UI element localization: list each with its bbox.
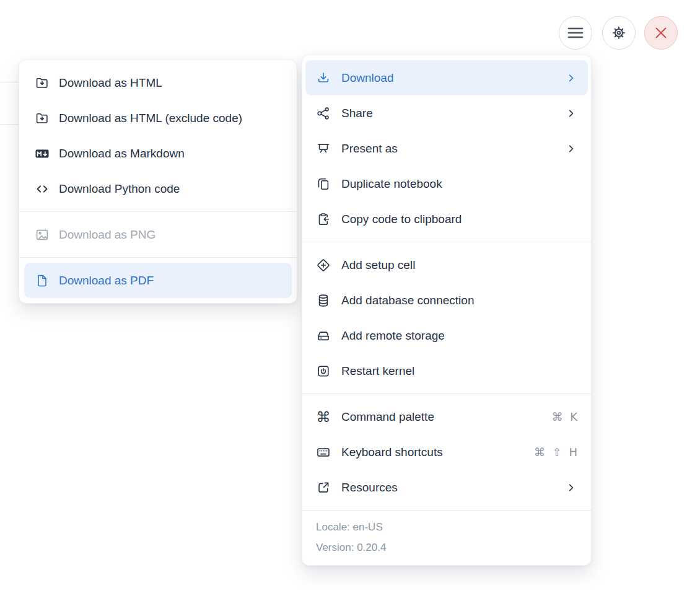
menu-item-add-remote-storage[interactable]: Add remote storage	[305, 318, 588, 353]
external-link-icon	[316, 480, 331, 495]
hamburger-menu-button[interactable]	[559, 16, 592, 50]
image-icon	[35, 227, 50, 242]
folder-download-icon	[35, 76, 50, 90]
menu-footer: Locale: en-US Version: 0.20.4	[302, 510, 591, 565]
gear-icon	[610, 24, 628, 42]
menu-item-label: Command palette	[341, 410, 541, 424]
close-icon	[654, 26, 668, 40]
code-icon	[35, 182, 50, 196]
version-label: Version: 0.20.4	[302, 537, 591, 558]
menu-item-label: Download Python code	[59, 182, 281, 196]
menu-item-download-as-pdf[interactable]: Download as PDF	[24, 263, 292, 298]
markdown-icon	[35, 146, 50, 161]
chevron-right-icon	[565, 143, 577, 155]
menu-item-copy-code-to-clipboard[interactable]: Copy code to clipboard	[305, 201, 588, 237]
page-cell-divider	[0, 124, 19, 125]
file-icon	[35, 273, 50, 288]
clipboard-copy-icon	[316, 212, 331, 227]
chevron-right-icon	[565, 72, 577, 84]
download-icon	[316, 71, 331, 86]
command-icon: ⌘	[316, 410, 331, 424]
menu-item-label: Copy code to clipboard	[341, 213, 577, 226]
menu-item-label: Restart kernel	[341, 364, 577, 378]
menu-item-add-database-connection[interactable]: Add database connection	[305, 283, 588, 318]
menu-item-download-as-html[interactable]: Download as HTML	[24, 65, 292, 100]
close-button[interactable]	[644, 16, 678, 50]
menu-item-label: Download as HTML	[59, 76, 281, 90]
main-menu: Download Share Presen	[302, 55, 592, 566]
menu-item-label: Add database connection	[341, 294, 577, 307]
chevron-right-icon	[565, 107, 577, 120]
menu-item-label: Download as Markdown	[59, 147, 281, 160]
menu-item-label: Share	[341, 107, 554, 120]
duplicate-icon	[316, 177, 331, 191]
menu-item-restart-kernel[interactable]: Restart kernel	[305, 353, 588, 389]
menu-item-label: Resources	[341, 481, 554, 495]
settings-button[interactable]	[602, 16, 636, 50]
menu-item-present-as[interactable]: Present as	[305, 131, 588, 166]
menu-item-label: Add remote storage	[341, 329, 577, 343]
menu-item-label: Download	[341, 71, 554, 85]
menu-item-download[interactable]: Download	[305, 60, 588, 95]
page-cell-divider	[0, 82, 19, 82]
keyboard-icon	[316, 445, 331, 460]
menu-item-resources[interactable]: Resources	[305, 470, 588, 505]
chevron-right-icon	[565, 481, 577, 494]
menu-item-label: Duplicate notebook	[341, 177, 577, 191]
power-icon	[316, 364, 331, 379]
menu-item-download-as-markdown[interactable]: Download as Markdown	[24, 136, 292, 171]
shortcut-label: ⌘ ⇧ H	[534, 446, 577, 459]
hamburger-icon	[567, 27, 584, 39]
folder-download-icon	[35, 111, 50, 126]
menu-item-label: Keyboard shortcuts	[341, 446, 523, 459]
storage-drive-icon	[316, 328, 331, 343]
database-icon	[316, 293, 331, 308]
diamond-plus-icon	[316, 258, 331, 273]
menu-item-keyboard-shortcuts[interactable]: Keyboard shortcuts ⌘ ⇧ H	[305, 434, 588, 470]
menu-item-duplicate-notebook[interactable]: Duplicate notebook	[305, 166, 588, 201]
download-submenu: Download as HTML Download as HTML (exclu…	[19, 59, 297, 304]
menu-item-download-as-png: Download as PNG	[24, 217, 292, 252]
menu-item-add-setup-cell[interactable]: Add setup cell	[305, 247, 588, 283]
menu-item-label: Download as PDF	[59, 274, 281, 288]
menu-item-label: Add setup cell	[341, 258, 577, 272]
presentation-icon	[316, 141, 331, 156]
share-icon	[316, 106, 331, 121]
menu-item-label: Download as PNG	[59, 228, 281, 242]
locale-label: Locale: en-US	[302, 517, 591, 537]
menu-item-share[interactable]: Share	[305, 95, 588, 131]
menu-item-download-python-code[interactable]: Download Python code	[24, 171, 292, 206]
shortcut-label: ⌘ K	[551, 410, 577, 423]
menu-item-download-as-html-exclude-code[interactable]: Download as HTML (exclude code)	[24, 100, 292, 136]
menu-item-command-palette[interactable]: ⌘ Command palette ⌘ K	[305, 399, 588, 434]
menu-item-label: Present as	[341, 142, 554, 156]
menu-item-label: Download as HTML (exclude code)	[59, 112, 281, 125]
